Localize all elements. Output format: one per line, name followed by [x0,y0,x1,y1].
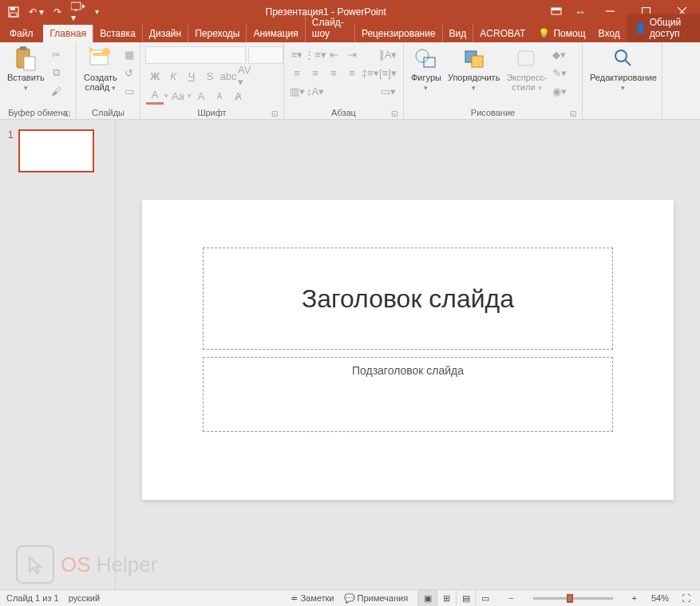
tell-me[interactable]: 💡Помощ [532,25,591,42]
person-icon: 👤 [635,22,647,34]
text-direction-button[interactable]: ↕A▾ [306,82,324,100]
clipboard-launcher-icon[interactable]: ◱ [64,109,71,117]
columns-button[interactable]: ▥▾ [288,82,306,100]
start-from-beginning-icon[interactable]: ▾ [71,1,85,23]
paste-button[interactable]: Вставить▾ [4,44,48,94]
strike-button[interactable]: S [201,67,219,85]
title-placeholder[interactable]: Заголовок слайда [203,248,613,350]
shape-outline-button[interactable]: ✎▾ [551,64,568,81]
slide[interactable]: Заголовок слайда Подзаголовок слайда [142,200,674,500]
shrink-font-button[interactable]: A [211,87,228,105]
editing-button[interactable]: Редактирование▾ [587,44,660,94]
fit-to-window-icon[interactable]: ⛶ [678,593,694,603]
new-slide-icon [88,46,113,71]
shadow-button[interactable]: abc [219,67,237,85]
decrease-indent-button[interactable]: ⇤ [325,46,342,63]
tab-acrobat[interactable]: ACROBAT [473,25,532,42]
ribbon-options-icon[interactable] [544,0,568,23]
minimize-icon[interactable] [592,0,628,23]
slide-counter[interactable]: Слайд 1 из 1 [6,593,59,603]
slide-thumbnails-panel: 1 [0,120,116,589]
svg-rect-3 [71,2,81,10]
font-color-button[interactable]: A [146,87,164,105]
comments-button[interactable]: 💬 Примечания [344,593,409,604]
reset-slide-icon[interactable]: ↺ [121,64,138,81]
subtitle-placeholder[interactable]: Подзаголовок слайда [203,357,613,432]
shapes-button[interactable]: Фигуры▾ [408,44,445,94]
ribbon-tabs: Файл Главная Вставка Дизайн Переходы Ани… [0,23,700,42]
undo-icon[interactable]: ↶ ▾ [29,6,44,18]
svg-point-17 [416,50,429,62]
text-direction2-button[interactable]: ‖A▾ [379,46,397,63]
format-painter-icon[interactable]: 🖌 [48,82,65,100]
zoom-slider[interactable] [533,597,613,600]
notes-button[interactable]: ≑ Заметки [291,593,334,604]
justify-button[interactable]: ≡ [343,64,361,81]
arrange-icon [461,46,487,71]
line-spacing-button[interactable]: ‡≡▾ [362,64,379,81]
sync-icon[interactable]: ↔ [568,0,592,23]
increase-indent-button[interactable]: ⇥ [343,46,361,63]
grow-font-button[interactable]: A [192,87,210,105]
tab-file[interactable]: Файл [0,25,43,42]
zoom-in-button[interactable]: + [627,593,642,603]
section-icon[interactable]: ▭ [121,82,138,100]
tab-view[interactable]: Вид [442,25,473,42]
quick-styles-icon [514,46,540,71]
char-spacing-button[interactable]: AV ▾ [238,67,255,85]
tab-insert[interactable]: Вставка [93,25,142,42]
change-case-button[interactable]: Aa [169,87,187,105]
slide-thumbnail-1[interactable] [18,129,94,172]
align-center-button[interactable]: ≡ [306,64,324,81]
language-label[interactable]: русский [69,593,100,603]
slide-layout-icon[interactable]: ▦ [121,46,138,63]
copy-icon[interactable]: ⧉ [48,64,65,81]
underline-button[interactable]: Ч [183,67,200,85]
shape-effects-button[interactable]: ◉▾ [551,82,568,100]
align-left-button[interactable]: ≡ [288,64,306,81]
italic-button[interactable]: К [164,67,182,85]
font-size-input[interactable] [248,46,283,64]
numbering-button[interactable]: ⋮≡▾ [306,46,324,63]
slideshow-view-icon[interactable]: ▭ [475,590,494,606]
clear-formatting-button[interactable]: A̷ [229,87,247,105]
bold-button[interactable]: Ж [146,67,164,85]
slide-canvas-area[interactable]: Заголовок слайда Подзаголовок слайда [116,120,700,589]
reading-view-icon[interactable]: ▤ [456,590,475,606]
align-text-button[interactable]: [≡]▾ [379,64,397,81]
paragraph-launcher-icon[interactable]: ◱ [391,109,398,117]
bulb-icon: 💡 [538,28,550,39]
align-right-button[interactable]: ≡ [325,64,342,81]
cut-icon[interactable]: ✂ [48,46,65,63]
title-text: Заголовок слайда [302,284,514,314]
arrange-button[interactable]: Упорядочить▾ [445,44,503,94]
new-slide-button[interactable]: Создать слайд ▾ [81,44,121,94]
svg-rect-2 [10,13,17,17]
tab-review[interactable]: Рецензирование [354,25,442,42]
tab-home[interactable]: Главная [43,25,93,42]
sorter-view-icon[interactable]: ⊞ [437,590,456,606]
qat-dropdown-icon[interactable]: ▾ [95,7,99,16]
share-button[interactable]: 👤Общий доступ [627,14,700,42]
zoom-level[interactable]: 54% [651,593,669,603]
thumbnail-number: 1 [8,129,14,172]
smartart-button[interactable]: ▭▾ [379,82,397,100]
tab-slideshow[interactable]: Слайд-шоу [305,14,354,42]
tab-animations[interactable]: Анимация [246,25,304,42]
quick-styles-button[interactable]: Экспресс- стили ▾ [503,44,550,94]
bullets-button[interactable]: ≡▾ [288,46,306,63]
tab-transitions[interactable]: Переходы [188,25,246,42]
normal-view-icon[interactable]: ▣ [417,590,437,606]
svg-line-23 [625,60,631,65]
shape-fill-button[interactable]: ◆▾ [551,46,568,63]
find-icon [611,46,636,71]
drawing-launcher-icon[interactable]: ◱ [570,109,577,117]
sign-in-button[interactable]: Вход [592,25,627,42]
save-icon[interactable] [8,6,19,18]
font-launcher-icon[interactable]: ◱ [271,109,279,117]
zoom-slider-thumb[interactable] [567,594,573,603]
zoom-out-button[interactable]: − [504,593,518,603]
tab-design[interactable]: Дизайн [142,25,188,42]
redo-icon[interactable]: ↷ [53,6,61,18]
font-name-input[interactable] [145,46,246,64]
